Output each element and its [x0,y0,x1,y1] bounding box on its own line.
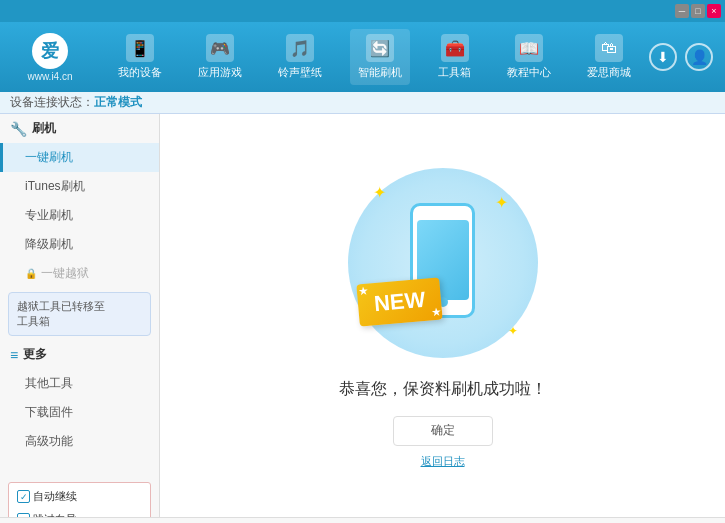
more-section-icon: ≡ [10,347,18,363]
skip-wizard-checkbox[interactable]: ✓ 跳过向导 [17,512,77,517]
nav-items: 📱我的设备🎮应用游戏🎵铃声壁纸🔄智能刷机🧰工具箱📖教程中心🛍爱思商城 [100,29,649,85]
sidebar-item-one-key-flash[interactable]: 一键刷机 [0,143,159,172]
nav-label-mall: 爱思商城 [587,65,631,80]
nav-right-area: ⬇ 👤 [649,43,725,71]
sparkle-1: ✦ [373,183,386,202]
maximize-button[interactable]: □ [691,4,705,18]
nav-label-apps-games: 应用游戏 [198,65,242,80]
nav-icon-tutorials: 📖 [515,34,543,62]
new-ribbon-text: NEW [356,277,443,326]
sparkle-2: ✦ [495,193,508,212]
nav-label-my-device: 我的设备 [118,65,162,80]
sidebar-section-flash[interactable]: 🔧 刷机 [0,114,159,143]
sidebar-item-download-firmware[interactable]: 下载固件 [0,398,159,427]
nav-item-toolbox[interactable]: 🧰工具箱 [430,29,479,85]
nav-icon-ringtones: 🎵 [286,34,314,62]
flash-section-label: 刷机 [32,120,56,137]
lock-icon: 🔒 [25,268,37,279]
sidebar-item-pro-flash[interactable]: 专业刷机 [0,201,159,230]
account-button[interactable]: 👤 [685,43,713,71]
sidebar-item-jailbreak: 🔒 一键越狱 [0,259,159,288]
sidebar-item-other-tools[interactable]: 其他工具 [0,369,159,398]
minimize-button[interactable]: ─ [675,4,689,18]
sidebar-item-advanced[interactable]: 高级功能 [0,427,159,456]
title-bar: ─ □ × [0,0,725,22]
nav-item-my-device[interactable]: 📱我的设备 [110,29,170,85]
new-badge: NEW [358,281,441,323]
nav-label-ringtones: 铃声壁纸 [278,65,322,80]
auto-follow-box: ✓ [17,490,30,503]
sidebar: 🔧 刷机 一键刷机 iTunes刷机 专业刷机 降级刷机 🔒 一键越狱 越狱工具… [0,114,160,517]
more-section-label: 更多 [23,346,47,363]
main-panel: NEW ✦ ✦ ✦ 恭喜您，保资料刷机成功啦！ 确定 返回日志 [160,114,725,517]
sidebar-item-downgrade-flash[interactable]: 降级刷机 [0,230,159,259]
sidebar-checkboxes: ✓ 自动继续 ✓ 跳过向导 [8,482,151,517]
confirm-button[interactable]: 确定 [393,416,493,446]
nav-item-tutorials[interactable]: 📖教程中心 [499,29,559,85]
content-area: 🔧 刷机 一键刷机 iTunes刷机 专业刷机 降级刷机 🔒 一键越狱 越狱工具… [0,114,725,517]
nav-icon-smart-flash: 🔄 [366,34,394,62]
bottom-bar: 阻止iTunes运行 V7.98.66 客服 微信公众号 检查更新 [0,517,725,523]
status-value: 正常模式 [94,94,142,111]
nav-icon-my-device: 📱 [126,34,154,62]
logo-icon: 爱 [32,33,68,69]
nav-label-tutorials: 教程中心 [507,65,551,80]
skip-wizard-label: 跳过向导 [33,512,77,517]
auto-follow-label: 自动继续 [33,489,77,504]
nav-item-smart-flash[interactable]: 🔄智能刷机 [350,29,410,85]
success-text: 恭喜您，保资料刷机成功啦！ [339,379,547,400]
sparkle-3: ✦ [508,324,518,338]
logo-text: www.i4.cn [27,71,72,82]
nav-item-apps-games[interactable]: 🎮应用游戏 [190,29,250,85]
status-bar: 设备连接状态： 正常模式 [0,92,725,114]
nav-label-smart-flash: 智能刷机 [358,65,402,80]
back-to-log-link[interactable]: 返回日志 [421,454,465,469]
header: 爱 www.i4.cn 📱我的设备🎮应用游戏🎵铃声壁纸🔄智能刷机🧰工具箱📖教程中… [0,22,725,92]
nav-item-ringtones[interactable]: 🎵铃声壁纸 [270,29,330,85]
logo-symbol: 爱 [41,39,59,63]
download-button[interactable]: ⬇ [649,43,677,71]
flash-section-icon: 🔧 [10,121,27,137]
nav-item-mall[interactable]: 🛍爱思商城 [579,29,639,85]
status-label: 设备连接状态： [10,94,94,111]
nav-icon-apps-games: 🎮 [206,34,234,62]
nav-icon-mall: 🛍 [595,34,623,62]
nav-icon-toolbox: 🧰 [441,34,469,62]
skip-wizard-box: ✓ [17,513,30,517]
sidebar-section-more[interactable]: ≡ 更多 [0,340,159,369]
auto-follow-checkbox[interactable]: ✓ 自动继续 [17,489,77,504]
jailbreak-sub-info: 越狱工具已转移至工具箱 [8,292,151,336]
jailbreak-label: 一键越狱 [41,265,89,282]
sidebar-item-itunes-flash[interactable]: iTunes刷机 [0,172,159,201]
nav-label-toolbox: 工具箱 [438,65,471,80]
logo-area: 爱 www.i4.cn [0,33,100,82]
success-illustration: NEW ✦ ✦ ✦ [343,163,543,363]
close-button[interactable]: × [707,4,721,18]
